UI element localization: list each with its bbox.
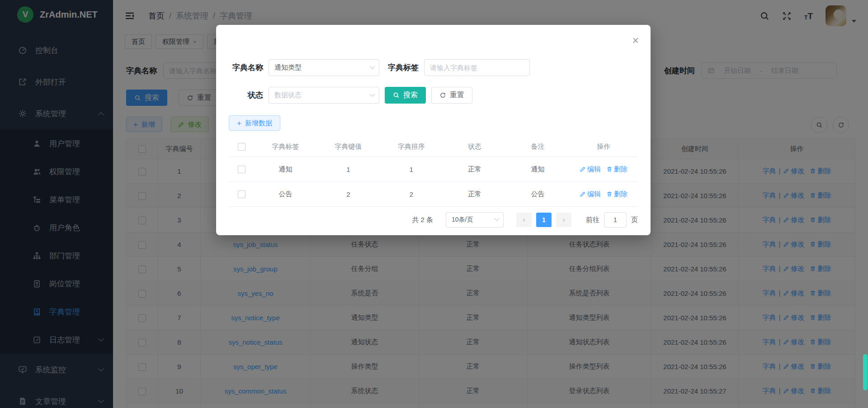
trash-icon bbox=[606, 191, 613, 197]
edit-link[interactable]: 编辑 bbox=[580, 190, 601, 198]
goto-unit: 页 bbox=[631, 216, 638, 224]
dict-data-table: 字典标签 字典键值 字典排序 状态 备注 操作 通知 1 1 正常 通知 编辑删… bbox=[229, 137, 638, 207]
page-size-value: 10条/页 bbox=[452, 216, 473, 224]
row-checkbox[interactable] bbox=[238, 166, 245, 173]
chevron-down-icon bbox=[494, 216, 499, 221]
status-select[interactable]: 数据状态 bbox=[269, 87, 379, 104]
dict-data-dialog: × 字典名称 通知类型 字典标签 状态 数据状态 搜索 重置 bbox=[216, 25, 651, 235]
chevron-down-icon bbox=[370, 91, 375, 96]
search-icon bbox=[393, 92, 400, 99]
dict-name-select-value: 通知类型 bbox=[274, 63, 302, 72]
table-row: 公告 2 2 正常 公告 编辑删除 bbox=[229, 182, 638, 207]
col-action: 操作 bbox=[569, 137, 638, 157]
goto-label: 前往 bbox=[586, 216, 599, 224]
close-icon[interactable]: × bbox=[632, 35, 639, 46]
table-row: 通知 1 1 正常 通知 编辑删除 bbox=[229, 157, 638, 182]
plus-icon: + bbox=[237, 119, 241, 127]
trash-icon bbox=[606, 166, 613, 172]
prev-page-button[interactable]: ‹ bbox=[516, 213, 532, 227]
delete-link[interactable]: 删除 bbox=[606, 190, 627, 198]
delete-link[interactable]: 删除 bbox=[606, 165, 627, 173]
modal-search-button[interactable]: 搜索 bbox=[385, 87, 426, 104]
chevron-down-icon bbox=[370, 64, 375, 69]
dict-tag-input[interactable] bbox=[424, 59, 530, 76]
col-status: 状态 bbox=[443, 137, 506, 157]
pagination: 共 2 条 10条/页 ‹ 1 › 前往 页 bbox=[412, 212, 638, 228]
col-label: 字典标签 bbox=[254, 137, 317, 157]
status-label: 状态 bbox=[229, 90, 263, 100]
page-size-select[interactable]: 10条/页 bbox=[446, 212, 504, 228]
dict-name-label: 字典名称 bbox=[229, 62, 263, 73]
modal-search-label: 搜索 bbox=[403, 90, 418, 100]
page-number-button[interactable]: 1 bbox=[536, 213, 552, 227]
dict-tag-label: 字典标签 bbox=[388, 62, 419, 73]
col-value: 字典键值 bbox=[317, 137, 380, 157]
modal-reset-label: 重置 bbox=[450, 90, 464, 100]
status-select-placeholder: 数据状态 bbox=[274, 91, 302, 100]
add-data-label: 新增数据 bbox=[245, 119, 272, 128]
dict-name-select[interactable]: 通知类型 bbox=[269, 59, 379, 76]
refresh-icon bbox=[439, 92, 446, 99]
app-root: V ZrAdmin.NET 控制台 外部打开 系统管理 用户管理 bbox=[0, 0, 868, 408]
table-header-row: 字典标签 字典键值 字典排序 状态 备注 操作 bbox=[229, 137, 638, 157]
col-remark: 备注 bbox=[506, 137, 569, 157]
row-checkbox[interactable] bbox=[238, 190, 245, 198]
goto-page-input[interactable] bbox=[604, 212, 627, 228]
pencil-icon bbox=[580, 166, 586, 172]
scrollbar-thumb[interactable] bbox=[863, 354, 868, 390]
modal-reset-button[interactable]: 重置 bbox=[431, 87, 472, 104]
pagination-total: 共 2 条 bbox=[412, 216, 433, 224]
edit-link[interactable]: 编辑 bbox=[580, 165, 601, 173]
col-sort: 字典排序 bbox=[380, 137, 443, 157]
next-page-button[interactable]: › bbox=[556, 213, 571, 227]
add-data-button[interactable]: +新增数据 bbox=[229, 115, 280, 131]
pencil-icon bbox=[580, 191, 586, 197]
select-all-checkbox[interactable] bbox=[238, 143, 245, 151]
